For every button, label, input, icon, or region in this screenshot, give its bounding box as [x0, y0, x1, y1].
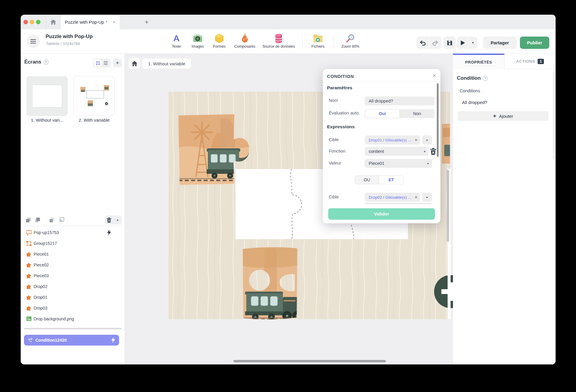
cible2-dropdown-button[interactable]: ▾	[422, 193, 432, 202]
close-dialog-icon[interactable]: ×	[433, 72, 436, 79]
screen-name-2[interactable]: 2. With variable	[74, 117, 115, 123]
cible1-dropdown-button[interactable]: ▾	[422, 135, 432, 144]
layer-row-drop03[interactable]: Drop03	[21, 303, 125, 313]
remove-chip-icon[interactable]: ×	[415, 195, 417, 200]
actions-count-badge: 1	[538, 59, 544, 64]
tab-actions[interactable]: ACTIONS 1	[504, 54, 556, 69]
workspace: Écrans? + 1. Without vari... 2. With var…	[21, 54, 556, 364]
panel-scrollbar-track	[553, 72, 554, 159]
conditions-group-label: Conditions	[460, 88, 480, 93]
browser-tab-bar: Puzzle with Pop-Up * × +	[21, 15, 556, 29]
tool-composants[interactable]: Composants	[228, 33, 261, 51]
help-icon[interactable]: ?	[44, 60, 49, 65]
play-icon	[460, 40, 465, 45]
puzzle-icon	[26, 273, 32, 278]
bring-forward-icon[interactable]	[48, 216, 56, 224]
tool-source-de-donnees[interactable]: Source de données	[258, 33, 300, 51]
layer-row-popup[interactable]: Pop-up15753	[21, 227, 125, 238]
dialog-scrollbar[interactable]	[437, 83, 439, 157]
svg-text:?: ?	[28, 338, 30, 342]
layer-row-piece02[interactable]: Piece02	[21, 260, 125, 270]
tool-fichiers[interactable]: Fichiers	[302, 33, 334, 51]
trash-icon	[107, 218, 111, 223]
puzzle-icon	[26, 263, 32, 268]
layer-row-piece01[interactable]: Piece01	[21, 249, 125, 260]
puzzle-piece-windmill-wagon[interactable]	[176, 114, 249, 186]
fonction-label: Fonction	[329, 149, 346, 153]
layer-row-group[interactable]: Group15217	[21, 238, 125, 249]
tab-proprietes[interactable]: PROPRIÉTÉS	[453, 54, 504, 69]
share-button[interactable]: Partager	[483, 37, 517, 49]
unsaved-indicator: *	[106, 19, 107, 25]
delete-options-caret[interactable]: ▾	[113, 215, 122, 224]
layer-row-condition-selected[interactable]: ? Condition12420	[24, 335, 119, 346]
help-icon[interactable]: ?	[483, 76, 488, 81]
text-icon: A	[173, 33, 180, 43]
actions-bolt-icon	[111, 337, 115, 344]
remove-chip-icon[interactable]: ×	[415, 138, 417, 142]
screens-layers-panel: Écrans? + 1. Without vari... 2. With var…	[21, 54, 125, 364]
send-backward-icon[interactable]	[58, 216, 65, 224]
properties-heading: Condition?	[457, 75, 488, 81]
grid-view-icon[interactable]	[94, 59, 102, 67]
save-button[interactable]	[443, 37, 456, 49]
add-screen-button[interactable]: +	[113, 58, 122, 67]
tab-title: Puzzle with Pop-Up	[65, 19, 104, 25]
list-view-icon[interactable]	[102, 59, 110, 67]
toolbar-divider	[334, 35, 334, 49]
breadcrumb-screen-name[interactable]: 1. Without variable	[142, 58, 191, 69]
redo-button[interactable]	[429, 37, 441, 49]
screen: Puzzle with Pop-Up * × + Puzzle with Pop…	[0, 0, 576, 392]
hamburger-menu-button[interactable]	[26, 34, 40, 48]
publish-button[interactable]: Publier	[520, 37, 549, 49]
canvas-vertical-scrollbar[interactable]	[447, 170, 449, 242]
screen-thumbnail-1[interactable]	[26, 76, 68, 116]
valider-button[interactable]: Valider	[328, 208, 435, 220]
puzzle-icon	[26, 252, 32, 257]
preview-options-caret[interactable]: ▾	[469, 37, 477, 49]
bring-to-front-icon[interactable]	[25, 216, 32, 224]
minimize-window-button[interactable]	[30, 20, 34, 24]
undo-button[interactable]	[416, 37, 429, 49]
add-condition-button[interactable]: + Ajouter	[458, 111, 548, 121]
nom-input[interactable]: All dropped?	[365, 97, 434, 105]
cible2-chip[interactable]: Drop02 / Glissable(s) ... ×	[365, 193, 420, 202]
fonction-select[interactable]: contient ▾	[365, 147, 429, 156]
puzzle-piece-locomotive[interactable]	[238, 247, 302, 320]
layer-row-background-image[interactable]: Drop background.png	[21, 313, 125, 324]
layer-list: Pop-up15753 Group15217 Piece01 Piece02	[21, 227, 125, 324]
layers-section-divider	[24, 328, 122, 329]
tool-zoom[interactable]: Zoom 80%	[334, 33, 367, 51]
zoom-window-button[interactable]	[36, 20, 40, 24]
cible1-chip[interactable]: Drop01 / Glissable(s) ... ×	[365, 135, 420, 144]
document-tab[interactable]: Puzzle with Pop-Up * ×	[61, 15, 120, 29]
condition-list-item[interactable]: All dropped?	[462, 100, 487, 105]
camera-icon	[193, 33, 202, 43]
close-tab-icon[interactable]: ×	[112, 19, 116, 25]
delete-layer-button[interactable]	[105, 215, 113, 224]
close-window-button[interactable]	[23, 20, 28, 24]
puzzle-piece-clipped-right	[442, 124, 450, 164]
layer-row-drop01[interactable]: Drop01	[21, 292, 125, 303]
new-tab-button[interactable]: +	[142, 18, 151, 26]
home-tab[interactable]	[46, 15, 61, 29]
cible1-label: Cible	[329, 137, 339, 142]
preview-play-button[interactable]	[457, 37, 468, 49]
screens-view-toggle[interactable]	[93, 58, 110, 67]
layer-row-piece03[interactable]: Piece03	[21, 270, 125, 281]
screen-name-1[interactable]: 1. Without vari...	[26, 117, 68, 123]
canvas-horizontal-scrollbar[interactable]	[233, 360, 386, 362]
home-icon	[50, 19, 56, 25]
toggle-non[interactable]: Non	[400, 109, 434, 118]
delete-expression-icon[interactable]	[430, 148, 436, 155]
layer-row-drop02[interactable]: Drop02	[21, 281, 125, 292]
send-to-back-icon[interactable]	[34, 216, 41, 224]
chevron-down-icon: ▾	[427, 162, 429, 165]
breadcrumb-home-button[interactable]	[129, 58, 140, 69]
toggle-oui[interactable]: Oui	[365, 109, 400, 118]
valeur-select[interactable]: Piece01 ▾	[365, 159, 432, 168]
undo-icon	[419, 40, 426, 46]
toggle-ou[interactable]: OU	[355, 176, 379, 184]
toggle-et[interactable]: ET	[379, 176, 403, 184]
screen-thumbnail-2[interactable]	[74, 76, 115, 116]
